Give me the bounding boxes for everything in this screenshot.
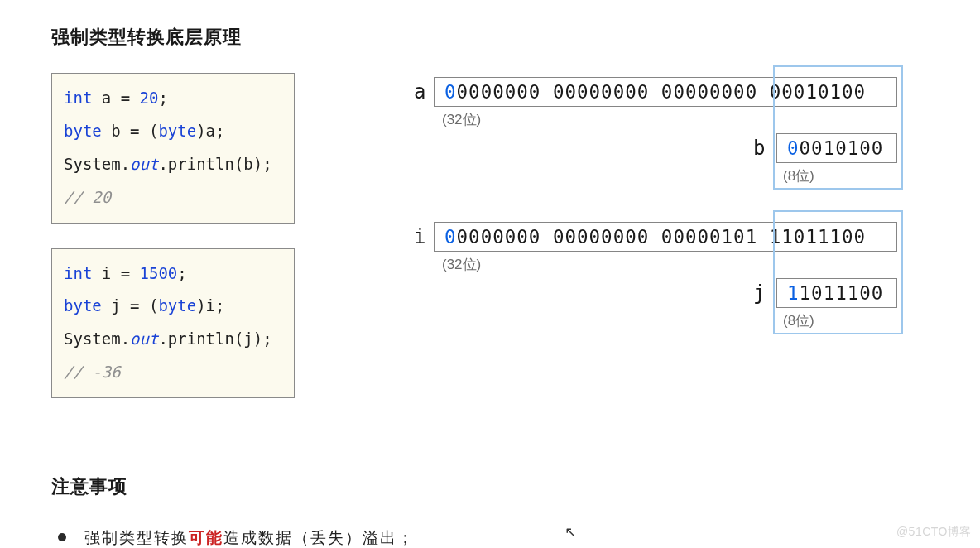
code-text: j = ( [102,296,159,315]
highlight-overlay-1 [773,65,903,190]
var-label-j: j [753,281,765,305]
size-tag-32: (32位) [442,255,481,274]
cursor-icon: ↖ [564,523,577,541]
code-line: System.out.println(j); // -36 [64,323,282,389]
code-text: )i; [196,296,224,315]
heading-principle: 强制类型转换底层原理 [51,25,980,50]
binary-lead: 0 [444,81,457,103]
code-line: byte j = (byte)i; [64,290,282,323]
heading-notes: 注意事项 [51,474,980,499]
code-text: .println(b); [158,155,271,173]
watermark: @51CTO博客 [896,525,972,540]
keyword-type: byte [64,122,102,140]
note-text: 造成数据（丢失）溢出； [223,529,415,546]
note-text: 强制类型转换 [84,529,189,546]
code-line: byte b = (byte)a; [64,115,282,148]
keyword-out: out [130,155,158,173]
highlight-overlay-2 [773,210,903,334]
size-tag-32: (32位) [442,110,481,129]
keyword-type: int [64,89,92,107]
keyword-type: byte [158,296,196,315]
code-text: .println(j); [158,329,271,348]
code-line: int a = 20; [64,82,282,115]
code-text: ; [158,89,167,107]
comment: // 20 [64,188,111,206]
number-literal: 20 [140,89,159,107]
var-label-b: b [753,137,765,160]
keyword-type: int [64,264,92,282]
keyword-type: byte [158,122,196,140]
code-text: i = [92,264,139,282]
var-label-a: a [414,80,425,103]
code-text: )a; [196,122,224,140]
code-text: a = [92,89,139,107]
keyword-type: byte [64,296,102,315]
var-label-i: i [414,225,425,248]
note-item-1: 强制类型转换可能造成数据（丢失）溢出； [58,526,980,548]
code-text: ; [177,264,186,282]
note-highlight: 可能 [189,529,223,546]
notes-section: 注意事项 强制类型转换可能造成数据（丢失）溢出； 浮点型强转成整型，直接丢掉小数… [51,474,980,548]
binary-lead: 0 [444,226,457,248]
code-line: int i = 1500; [64,257,282,291]
code-text: System. [64,155,130,173]
comment: // -36 [64,363,121,381]
keyword-out: out [130,329,158,348]
notes-list: 强制类型转换可能造成数据（丢失）溢出； 浮点型强转成整型，直接丢掉小数部分，保留… [51,526,980,548]
code-text: System. [64,329,130,348]
code-block-1: int a = 20; byte b = (byte)a; System.out… [51,73,295,224]
code-block-2: int i = 1500; byte j = (byte)i; System.o… [51,248,295,399]
code-line: System.out.println(b); // 20 [64,148,282,214]
number-literal: 1500 [140,264,178,282]
code-text: b = ( [102,122,159,140]
